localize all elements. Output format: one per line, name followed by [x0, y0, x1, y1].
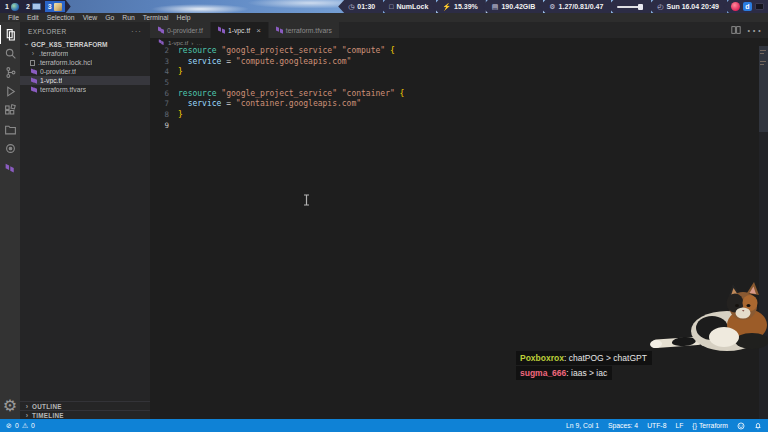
code-text: resource "google_project_service" "compu…: [178, 46, 395, 57]
indentation-setting[interactable]: Spaces: 4: [608, 422, 638, 429]
terraform-icon: [276, 26, 283, 34]
code-line-6[interactable]: 6resource "google_project_service" "cont…: [150, 89, 768, 100]
load-value: 1.27/0.81/0.47: [559, 3, 604, 10]
code-line-4[interactable]: 4}: [150, 67, 768, 78]
memory-widget: ▤ 190.42GiB: [482, 0, 543, 13]
workbench: ⚙ EXPLORER ··· › GCP_K8S_TERRAFORM ›.ter…: [0, 22, 768, 419]
cpu-icon: ⚡: [442, 3, 451, 11]
tab-terraform.tfvars[interactable]: terraform.tfvars: [269, 22, 340, 38]
chat-username: sugma_666: [520, 368, 566, 378]
chat-username: Poxboxrox: [520, 353, 564, 363]
explorer-sidebar: EXPLORER ··· › GCP_K8S_TERRAFORM ›.terra…: [20, 22, 150, 419]
extensions-icon[interactable]: [0, 101, 20, 120]
eol-setting[interactable]: LF: [675, 422, 683, 429]
taskbar-status-area: ◷ 01:30 □ NumLock ⚡ 15.39% ▤ 190.42GiB ⚙…: [342, 0, 768, 13]
line-number: 9: [150, 121, 178, 132]
chat-message-2: sugma_666: iaas > iac: [516, 366, 612, 380]
tab-label: terraform.tfvars: [286, 27, 332, 34]
tray-music-icon[interactable]: [731, 2, 740, 11]
file-item-.terraform.lock.hcl[interactable]: .terraform.lock.hcl: [20, 58, 150, 67]
menu-selection[interactable]: Selection: [43, 14, 79, 21]
code-line-5[interactable]: 5: [150, 78, 768, 89]
volume-slider[interactable]: [617, 6, 643, 8]
token-str: "google_project_service": [221, 89, 337, 98]
remote-explorer-icon[interactable]: [0, 120, 20, 139]
explorer-title: EXPLORER: [28, 28, 67, 35]
more-actions-icon[interactable]: ⋯: [746, 22, 762, 40]
feedback-icon[interactable]: [737, 422, 745, 430]
root-folder-label: GCP_K8S_TERRAFORM: [31, 41, 108, 48]
code-line-7[interactable]: 7 service = "container.googleapis.com": [150, 99, 768, 110]
code-line-2[interactable]: 2resource "google_project_service" "comp…: [150, 46, 768, 57]
chevron-right-icon: ›: [30, 50, 36, 57]
code-text: resource "google_project_service" "conta…: [178, 89, 404, 100]
menu-go[interactable]: Go: [101, 14, 118, 21]
clock-icon: ◴: [657, 3, 663, 11]
menu-terminal[interactable]: Terminal: [139, 14, 173, 21]
workspace-number: 2: [26, 3, 30, 10]
cpu-value: 15.39%: [454, 3, 478, 10]
file-item-terraform.tfvars[interactable]: terraform.tfvars: [20, 85, 150, 94]
terraform-icon: [30, 68, 37, 76]
tab-1-vpc.tf[interactable]: 1-vpc.tf×: [211, 22, 269, 38]
menu-file[interactable]: File: [4, 14, 23, 21]
workspace-3[interactable]: 3: [45, 1, 65, 12]
section-outline[interactable]: ›OUTLINE: [20, 401, 150, 410]
breadcrumb-more[interactable]: …: [196, 39, 202, 46]
clock-widget[interactable]: ◴ Sun 16.04 20:49: [647, 0, 727, 13]
token-str: "compute": [342, 46, 385, 55]
explorer-icon[interactable]: [0, 25, 20, 44]
split-editor-icon[interactable]: [731, 22, 741, 39]
section-timeline[interactable]: ›TIMELINE: [20, 410, 150, 419]
line-number: 2: [150, 46, 178, 57]
workspace-root-folder[interactable]: › GCP_K8S_TERRAFORM: [20, 40, 150, 49]
search-icon[interactable]: [0, 44, 20, 63]
explorer-more-icon[interactable]: ···: [131, 27, 142, 36]
cursor-position[interactable]: Ln 9, Col 1: [566, 422, 599, 429]
file-item-.terraform[interactable]: ›.terraform: [20, 49, 150, 58]
file-item-1-vpc.tf[interactable]: 1-vpc.tf: [20, 76, 150, 85]
menu-help[interactable]: Help: [172, 14, 194, 21]
language-mode[interactable]: {} Terraform: [692, 422, 728, 429]
menu-run[interactable]: Run: [118, 14, 138, 21]
webcam-cat-overlay: [648, 282, 768, 354]
breadcrumb-file[interactable]: 1-vpc.tf: [168, 39, 188, 46]
code-line-8[interactable]: 8}: [150, 110, 768, 121]
workspace-2[interactable]: 2: [23, 1, 44, 12]
volume-slider-handle[interactable]: [638, 4, 643, 10]
source-control-icon[interactable]: [0, 63, 20, 82]
problems-indicator[interactable]: ⊘ 0 ⚠ 0: [6, 422, 35, 430]
line-number: 3: [150, 57, 178, 68]
docker-icon[interactable]: [0, 139, 20, 158]
volume-widget[interactable]: [607, 0, 651, 13]
close-icon[interactable]: ×: [256, 26, 261, 35]
code-line-3[interactable]: 3 service = "compute.googleapis.com": [150, 57, 768, 68]
manage-gear-icon[interactable]: ⚙: [0, 397, 20, 413]
code-text: service = "container.googleapis.com": [178, 99, 361, 110]
timer-widget[interactable]: ◷ 01:30: [338, 0, 383, 13]
minimap[interactable]: [759, 46, 768, 419]
tab-label: 1-vpc.tf: [228, 27, 250, 34]
load-icon: ⚙: [549, 3, 555, 11]
code-editor[interactable]: 2resource "google_project_service" "comp…: [150, 46, 768, 419]
editor-scrollbar[interactable]: [759, 46, 768, 132]
code-text: }: [178, 67, 183, 78]
menu-edit[interactable]: Edit: [23, 14, 43, 21]
workspace-1[interactable]: 1: [2, 1, 22, 12]
file-icon: [30, 60, 35, 66]
tab-0-provider.tf[interactable]: 0-provider.tf: [150, 22, 211, 38]
terraform-activity-icon[interactable]: [0, 158, 20, 177]
token-pl: [178, 99, 188, 108]
breadcrumb[interactable]: 1-vpc.tf › …: [150, 38, 768, 46]
notifications-bell-icon[interactable]: [754, 421, 762, 430]
tray-window-icon[interactable]: [755, 3, 764, 10]
encoding-setting[interactable]: UTF-8: [647, 422, 666, 429]
code-line-9[interactable]: 9: [150, 121, 768, 132]
date-value: Sun 16.04 20:49: [666, 3, 719, 10]
file-item-0-provider.tf[interactable]: 0-provider.tf: [20, 67, 150, 76]
token-br: }: [178, 110, 183, 119]
run-debug-icon[interactable]: [0, 82, 20, 101]
timer-value: 01:30: [357, 3, 375, 10]
tray-d-icon[interactable]: d: [743, 2, 752, 11]
menu-view[interactable]: View: [79, 14, 102, 21]
